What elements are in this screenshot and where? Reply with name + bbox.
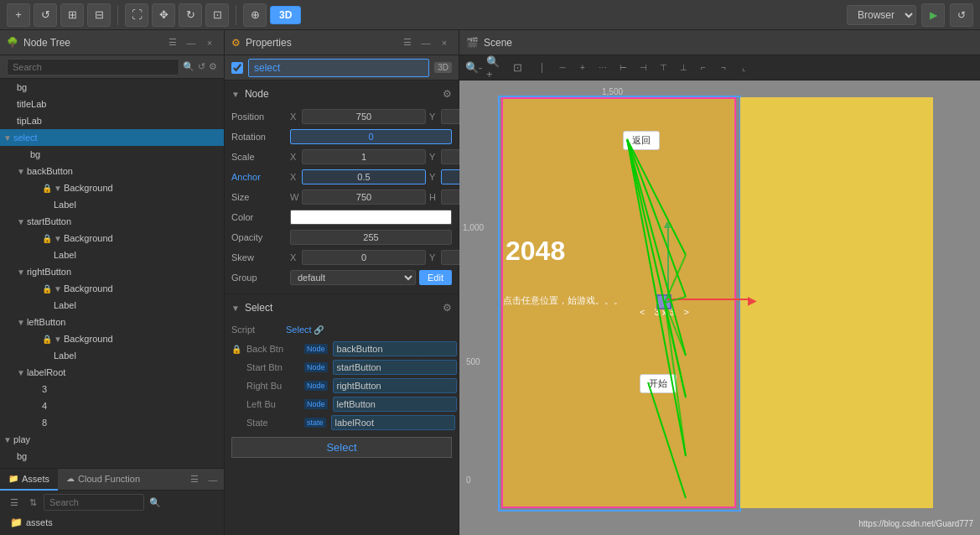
tree-item-backButton[interactable]: ▼ backButton xyxy=(0,163,224,179)
assets-search-input[interactable] xyxy=(44,494,144,511)
scene-canvas[interactable]: 1,500 1,000 500 0 2048 点击任意位置，始游戏。。。 < 3… xyxy=(459,81,980,535)
node-name-input[interactable] xyxy=(248,59,429,77)
tree-item-rightButton[interactable]: ▼ rightButton xyxy=(0,263,224,280)
node-tree-close-btn[interactable]: × xyxy=(202,35,217,50)
tree-item-play[interactable]: ▼ play xyxy=(0,431,224,448)
scale-x-input[interactable] xyxy=(302,149,426,164)
scene-ruler-c2[interactable]: ¬ xyxy=(714,59,733,77)
start-btn-scene[interactable]: 开始 xyxy=(640,374,677,393)
assets-sort-icon[interactable]: ⇅ xyxy=(25,495,40,510)
select-section-gear[interactable]: ⚙ xyxy=(443,302,452,314)
scene-zoom-in-btn[interactable]: 🔍+ xyxy=(486,59,505,77)
tree-item-label-startButton[interactable]: Label xyxy=(0,247,224,263)
tree-item-label-rightButton[interactable]: Label xyxy=(0,297,224,314)
ref-input-leftBtn[interactable] xyxy=(333,397,457,412)
scene-ruler-v[interactable]: ─ xyxy=(553,59,572,77)
scene-toolbar: 🔍- 🔍+ ⊡ │ ─ + ⋯ ⊢ ⊣ ⊤ ⊥ ⌐ ¬ ⌞ xyxy=(459,55,980,81)
tree-item-8[interactable]: 8 xyxy=(0,414,224,431)
play-button[interactable]: ▶ xyxy=(921,3,945,27)
group-select[interactable]: default xyxy=(290,270,416,285)
tree-item-leftButton[interactable]: ▼ leftButton xyxy=(0,314,224,330)
scene-ruler-c3[interactable]: ⌞ xyxy=(734,59,753,77)
tree-item-bg-play[interactable]: bg xyxy=(0,448,224,465)
node-tree-refresh-icon[interactable]: ↺ xyxy=(198,61,205,72)
node-tree-search-input[interactable] xyxy=(7,59,179,75)
tree-item-bg-rightButton[interactable]: 🔒 ▼ Background xyxy=(0,280,224,297)
skew-x-label: X xyxy=(290,252,298,262)
toolbar-anchor-btn[interactable]: ⊕ xyxy=(243,3,267,27)
scene-ruler-t1[interactable]: ⊢ xyxy=(614,59,632,77)
properties-collapse-btn[interactable]: — xyxy=(418,35,433,50)
group-edit-btn[interactable]: Edit xyxy=(419,270,452,285)
toolbar-rotate-btn[interactable]: ↻ xyxy=(179,3,202,27)
scene-ruler-c1[interactable]: ⌐ xyxy=(694,59,713,77)
tree-item-bg1[interactable]: bg xyxy=(0,79,224,96)
toolbar-3d-btn[interactable]: 3D xyxy=(270,6,301,24)
node-tree-menu-btn[interactable]: ☰ xyxy=(165,35,180,50)
tree-item-bg-backButton[interactable]: 🔒 ▼ Background xyxy=(0,179,224,196)
refresh-button[interactable]: ↺ xyxy=(950,3,973,27)
ref-input-backBtn[interactable] xyxy=(333,341,457,356)
node-tree-collapse-btn[interactable]: — xyxy=(184,35,199,50)
node-active-checkbox[interactable] xyxy=(231,62,243,74)
scene-ruler-t3[interactable]: ⊤ xyxy=(654,59,672,77)
lock-icon-rightButton: 🔒 xyxy=(42,284,54,293)
tree-item-labelRoot[interactable]: ▼ labelRoot xyxy=(0,364,224,381)
position-x-input[interactable] xyxy=(302,109,426,124)
toolbar-grid-btn[interactable]: ⊞ xyxy=(60,3,84,27)
tree-item-tipLab[interactable]: tipLab xyxy=(0,112,224,129)
tab-assets[interactable]: 📁 Assets xyxy=(0,469,58,491)
tab-cloud-function[interactable]: ☁ Cloud Function xyxy=(58,469,148,491)
scene-fit-btn[interactable]: ⊡ xyxy=(508,59,526,77)
toolbar-select-btn[interactable]: ⛶ xyxy=(125,3,148,27)
tree-item-bg2[interactable]: bg xyxy=(0,146,224,163)
tree-item-3[interactable]: 3 xyxy=(0,381,224,397)
script-link[interactable]: Select 🔗 xyxy=(286,325,324,335)
opacity-input[interactable] xyxy=(290,230,452,245)
toolbar-scale-btn[interactable]: ⊡ xyxy=(205,3,229,27)
node-tree-search-icon[interactable]: 🔍 xyxy=(183,61,194,72)
assets-search-btn[interactable]: 🔍 xyxy=(148,495,163,510)
assets-menu-btn[interactable]: ☰ xyxy=(187,472,202,487)
toolbar-minus-btn[interactable]: ⊟ xyxy=(87,3,111,27)
assets-collapse-btn[interactable]: — xyxy=(205,472,220,487)
tree-item-select[interactable]: ▼ select xyxy=(0,129,224,146)
toolbar-add-btn[interactable]: + xyxy=(7,3,30,27)
tree-item-bg-leftButton[interactable]: 🔒 ▼ Background xyxy=(0,330,224,347)
tree-item-label-leftButton[interactable]: Label xyxy=(0,347,224,364)
tree-item-titleLab[interactable]: titleLab xyxy=(0,96,224,112)
back-btn-scene[interactable]: 返回 xyxy=(623,131,660,150)
axis-y-arrow: ▲ xyxy=(661,217,673,231)
properties-menu-btn[interactable]: ☰ xyxy=(400,35,415,50)
tree-item-bg-startButton[interactable]: 🔒 ▼ Background xyxy=(0,230,224,247)
group-inputs: default Edit xyxy=(290,270,452,285)
properties-close-btn[interactable]: × xyxy=(437,35,452,50)
rotation-input[interactable] xyxy=(290,129,452,144)
node-section-gear[interactable]: ⚙ xyxy=(443,88,452,100)
toolbar-refresh-btn[interactable]: ↺ xyxy=(34,3,57,27)
ref-input-rightBtn[interactable] xyxy=(333,378,457,393)
scene-ruler-dots[interactable]: ⋯ xyxy=(594,59,612,77)
tree-item-label-backButton[interactable]: Label xyxy=(0,196,224,213)
assets-list-icon[interactable]: ☰ xyxy=(7,495,22,510)
scene-ruler-t2[interactable]: ⊣ xyxy=(634,59,652,77)
color-picker[interactable] xyxy=(290,210,452,225)
scene-ruler-h[interactable]: │ xyxy=(533,59,552,77)
tree-item-4[interactable]: 4 xyxy=(0,397,224,414)
tree-arrow-bg-leftButton: ▼ xyxy=(54,335,62,344)
asset-folder-assets[interactable]: 📁 assets xyxy=(7,514,217,531)
browser-select[interactable]: Browser xyxy=(847,5,916,25)
assets-panel: 📁 Assets ☁ Cloud Function ☰ — ☰ ⇅ xyxy=(0,468,224,535)
size-w-input[interactable] xyxy=(302,190,426,205)
scene-ruler-t4[interactable]: ⊥ xyxy=(674,59,692,77)
skew-x-input[interactable] xyxy=(302,250,426,265)
scene-zoom-out-btn[interactable]: 🔍- xyxy=(464,59,483,77)
node-tree-settings-icon[interactable]: ⚙ xyxy=(209,61,217,72)
toolbar-move-btn[interactable]: ✥ xyxy=(152,3,175,27)
scene-ruler-cross[interactable]: + xyxy=(573,59,592,77)
tree-item-startButton[interactable]: ▼ startButton xyxy=(0,213,224,230)
ref-input-startBtn[interactable] xyxy=(333,360,457,375)
anchor-x-input[interactable] xyxy=(302,169,426,184)
ref-input-state[interactable] xyxy=(331,415,455,430)
size-label: Size xyxy=(231,192,290,202)
